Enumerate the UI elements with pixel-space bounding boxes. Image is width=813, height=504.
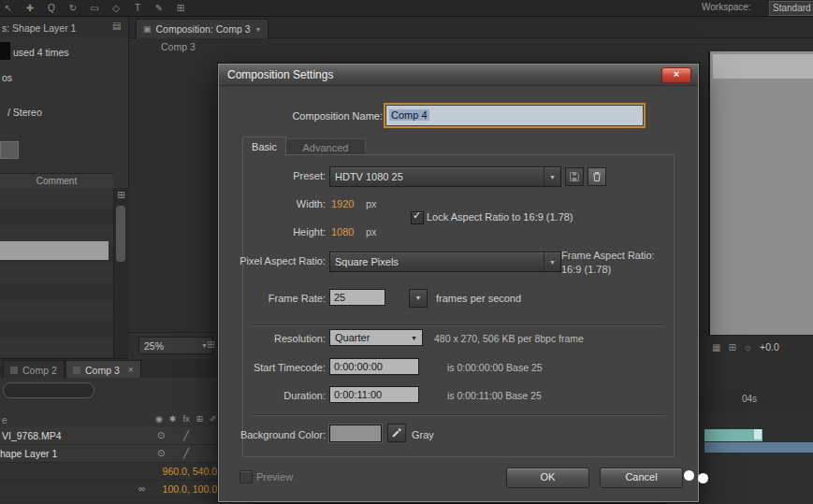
type-tool-icon[interactable]: T bbox=[131, 3, 144, 13]
project-row-os: os bbox=[2, 72, 12, 83]
frame-aspect-value: 16:9 (1.78) bbox=[561, 264, 611, 275]
start-timecode-info: is 0:00:00:00 Base 25 bbox=[447, 362, 543, 373]
top-toolbar: ↖ ✚ Q ↻ ▭ ◇ T ✎ ⊞ Workspace: Standard bbox=[0, 0, 813, 17]
tab-comp3[interactable]: Comp 3 × bbox=[65, 360, 141, 379]
property-row-position: 960.0, 540.0 bbox=[0, 463, 218, 481]
project-thumbnail bbox=[0, 42, 10, 60]
scale-value[interactable]: 100.0, 100.0 bbox=[152, 483, 217, 495]
solo-icon[interactable]: ✱ bbox=[169, 414, 177, 424]
save-preset-button[interactable] bbox=[565, 167, 584, 186]
zoom-tool-icon[interactable]: Q bbox=[45, 3, 58, 13]
quality-switch-icon[interactable]: ╱ bbox=[183, 430, 189, 440]
pixel-aspect-dropdown[interactable]: Square Pixels ▼ bbox=[329, 252, 561, 272]
magnification-dropdown[interactable]: 25% ▼ bbox=[138, 337, 213, 354]
resolution-dropdown[interactable]: Quarter ▼ bbox=[329, 329, 423, 346]
preview-checkbox[interactable] bbox=[240, 470, 253, 483]
background-color-name: Gray bbox=[412, 429, 434, 440]
project-selected-row[interactable] bbox=[0, 241, 109, 260]
cursor-dot bbox=[698, 473, 708, 483]
start-timecode-label: Start Timecode: bbox=[254, 362, 326, 373]
eyedropper-button[interactable] bbox=[387, 424, 406, 442]
close-button[interactable]: × bbox=[661, 67, 691, 83]
tab-basic[interactable]: Basic bbox=[242, 137, 286, 156]
video-icon[interactable]: ◉ bbox=[155, 414, 163, 424]
eye-icon[interactable]: ⊙ bbox=[157, 430, 165, 440]
delete-preset-button[interactable] bbox=[588, 167, 606, 186]
column-label: e bbox=[2, 415, 7, 425]
region-icon[interactable]: ⊞ bbox=[728, 342, 735, 353]
eye-icon[interactable]: ⊙ bbox=[157, 448, 165, 458]
duration-value: 0:00:11:00 bbox=[334, 389, 382, 400]
camera-tool-icon[interactable]: ▭ bbox=[88, 3, 101, 13]
comment-column-header[interactable]: Comment bbox=[0, 173, 113, 189]
preview-label: Preview bbox=[256, 471, 293, 482]
height-label: Height: bbox=[293, 226, 326, 238]
duration-input[interactable]: 0:00:11:00 bbox=[329, 386, 419, 403]
rotate-tool-icon[interactable]: ↻ bbox=[66, 3, 80, 13]
chevron-down-icon[interactable]: ▼ bbox=[254, 26, 261, 33]
link-icon[interactable]: ∞ bbox=[138, 483, 145, 494]
project-row-used: used 4 times bbox=[13, 47, 69, 58]
composition-name-input[interactable]: Comp 4 bbox=[385, 105, 644, 126]
grid-tool-icon[interactable]: ⊞ bbox=[174, 3, 187, 13]
height-value[interactable]: 1080 bbox=[331, 226, 354, 238]
frame-rate-label: Frame Rate: bbox=[269, 293, 326, 304]
dialog-titlebar[interactable]: Composition Settings × bbox=[219, 65, 698, 86]
layer-bar-shape[interactable] bbox=[704, 441, 813, 454]
tool-icons: ↖ ✚ Q ↻ ▭ ◇ T ✎ ⊞ bbox=[2, 0, 187, 16]
lock-aspect-checkbox[interactable]: ✓ bbox=[411, 211, 424, 224]
background-color-swatch[interactable] bbox=[329, 425, 382, 442]
chevron-down-icon: ▼ bbox=[411, 335, 417, 341]
layer-row-1[interactable]: VI_9768.MP4 ⊙ ╱ bbox=[0, 427, 218, 445]
preset-dropdown[interactable]: HDTV 1080 25 ▼ bbox=[329, 166, 561, 187]
eyedropper-icon bbox=[391, 427, 402, 439]
pixel-aspect-label: Pixel Aspect Ratio: bbox=[240, 255, 326, 266]
quality-switch-icon[interactable]: ╱ bbox=[183, 448, 189, 458]
workspace-dropdown[interactable]: Standard bbox=[769, 1, 813, 16]
trash-icon bbox=[591, 171, 602, 182]
fx-icon[interactable]: fx bbox=[182, 414, 189, 424]
panel-icon: ▣ bbox=[143, 24, 152, 34]
name-input-value: Comp 4 bbox=[389, 109, 429, 121]
start-timecode-value: 0:00:00:00 bbox=[334, 361, 383, 372]
project-scrollbar-thumb[interactable] bbox=[116, 206, 125, 262]
flowchart-icon[interactable]: ⊞ bbox=[114, 188, 128, 202]
tab-comp2-label: Comp 2 bbox=[22, 365, 57, 376]
viewer-panel-block bbox=[713, 54, 813, 79]
workspace-label: Workspace: bbox=[702, 2, 751, 12]
layer-bar-highlight bbox=[754, 429, 762, 439]
frame-rate-input[interactable]: 25 bbox=[329, 289, 385, 306]
motionblur-icon[interactable]: ✐ bbox=[210, 414, 217, 424]
time-ruler-mark: 04s bbox=[742, 394, 757, 404]
zoom-value: 25% bbox=[144, 340, 164, 352]
cursor-dot bbox=[684, 470, 694, 481]
cancel-button[interactable]: Cancel bbox=[600, 468, 683, 488]
pen-tool-icon[interactable]: ✎ bbox=[152, 3, 166, 13]
duration-info: is 0:00:11:00 Base 25 bbox=[447, 390, 542, 401]
quality-icon[interactable]: ⊞ bbox=[196, 414, 203, 424]
shape-tool-icon[interactable]: ◇ bbox=[109, 3, 123, 13]
composition-tab-label: Composition: Comp 3 bbox=[156, 23, 251, 35]
grid-options-icon[interactable]: ⊞ bbox=[207, 338, 215, 351]
layer1-name: VI_9768.MP4 bbox=[2, 430, 62, 441]
frame-aspect-label: Frame Aspect Ratio: bbox=[561, 250, 655, 261]
close-icon[interactable]: × bbox=[128, 365, 134, 375]
timeline-track-area bbox=[697, 411, 813, 504]
hand-tool-icon[interactable]: ✚ bbox=[23, 3, 36, 13]
project-list-rows bbox=[0, 188, 113, 358]
composition-panel-tab[interactable]: ▣ Composition: Comp 3 ▼ bbox=[136, 19, 269, 38]
layer-row-2[interactable]: hape Layer 1 ⊙ ╱ bbox=[0, 445, 218, 463]
exposure-value[interactable]: +0.0 bbox=[760, 341, 779, 353]
channels-icon[interactable]: ▦ bbox=[712, 342, 720, 353]
ok-button[interactable]: OK bbox=[506, 468, 589, 488]
tab-comp2[interactable]: Comp 2 bbox=[3, 360, 65, 379]
exposure-icon[interactable]: ☼ bbox=[744, 342, 752, 353]
panel-menu-icon[interactable]: ▤ bbox=[112, 21, 121, 31]
timeline-search-input[interactable] bbox=[3, 382, 94, 398]
selection-tool-icon[interactable]: ↖ bbox=[2, 3, 15, 13]
project-row-stereo: / Stereo bbox=[7, 107, 42, 118]
start-timecode-input[interactable]: 0:00:00:00 bbox=[329, 358, 419, 375]
position-value[interactable]: 960.0, 540.0 bbox=[140, 466, 217, 477]
width-value[interactable]: 1920 bbox=[331, 198, 354, 209]
frame-rate-dropdown-button[interactable]: ▼ bbox=[409, 289, 428, 308]
